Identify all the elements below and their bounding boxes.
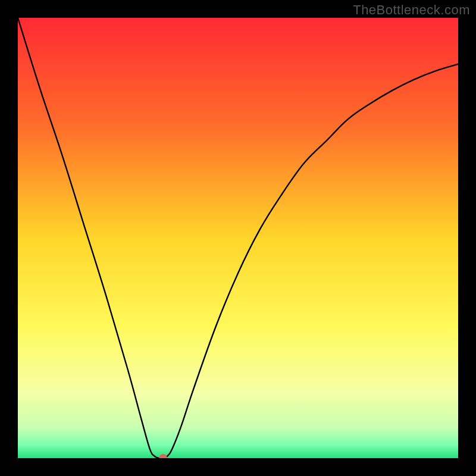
chart-frame: TheBottleneck.com: [0, 0, 476, 476]
chart-svg: [18, 18, 458, 458]
watermark-text: TheBottleneck.com: [353, 2, 470, 18]
gradient-background: [18, 18, 458, 458]
plot-area: [18, 18, 458, 458]
